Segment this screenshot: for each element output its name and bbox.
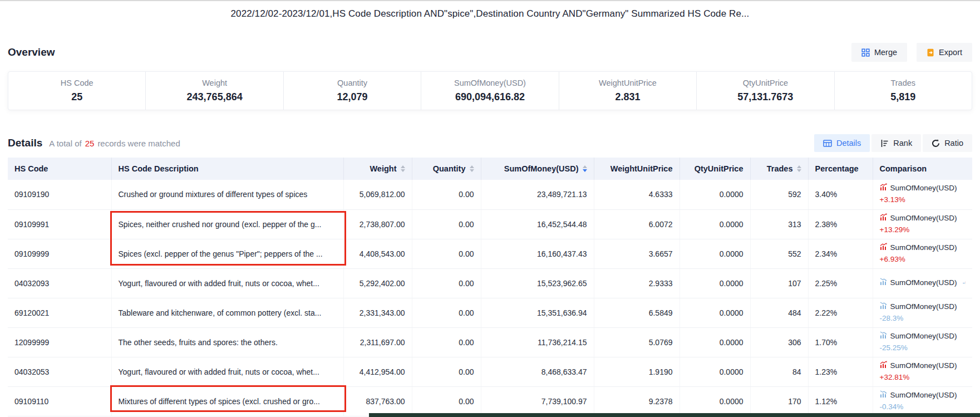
cell-weight-unit-price: 6.0072 xyxy=(594,209,679,239)
cell-qty-unit-price: 0.0000 xyxy=(679,327,750,357)
column-label: Quantity xyxy=(433,164,466,173)
cell-percentage: 2.34% xyxy=(808,239,873,268)
column-header-hs-code-description: HS Code Description xyxy=(111,158,343,180)
cell-sum-of-money: 16,160,437.43 xyxy=(481,239,594,268)
cell-qty-unit-price: 0.0000 xyxy=(679,180,750,209)
stat-value: 12,079 xyxy=(337,91,368,103)
cell-trades: 592 xyxy=(750,180,808,209)
sort-asc-caret[interactable] xyxy=(583,165,587,168)
stat-value: 2.831 xyxy=(615,91,640,103)
cell-quantity: 0.00 xyxy=(412,268,481,298)
column-label: Trades xyxy=(767,164,793,173)
details-table: HS CodeHS Code DescriptionWeightQuantity… xyxy=(8,158,972,416)
overview-stat: Weight243,765,864 xyxy=(146,72,283,110)
comparison: SumOfMoney(USD)+32.81% xyxy=(880,360,966,384)
details-summary: Details A total of25records were matched xyxy=(8,137,180,149)
cell-weight-unit-price: 5.0769 xyxy=(594,327,679,357)
cell-qty-unit-price: 0.0000 xyxy=(679,209,750,239)
cell-trades: 84 xyxy=(750,357,808,386)
comparison: SumOfMoney(USD)-28.3% xyxy=(880,301,966,325)
column-header-quantity[interactable]: Quantity xyxy=(412,158,481,180)
column-header-sumofmoney-usd-[interactable]: SumOfMoney(USD) xyxy=(481,158,594,180)
column-header-percentage: Percentage xyxy=(808,158,873,180)
cell-weight: 5,292,402.00 xyxy=(343,268,412,298)
stat-value: 57,131.7673 xyxy=(737,91,793,103)
comparison: SumOfMoney(USD)-0. xyxy=(880,277,966,289)
trend-up-icon xyxy=(880,242,887,254)
column-header-trades[interactable]: Trades xyxy=(750,158,808,180)
cell-hs-code: 69120021 xyxy=(8,298,111,327)
comparison-change: +6.93% xyxy=(880,254,966,266)
cell-sum-of-money: 11,736,214.15 xyxy=(481,327,594,357)
overview-stat: HS Code25 xyxy=(8,72,146,110)
sort-desc-caret[interactable] xyxy=(401,169,405,172)
merge-icon xyxy=(861,48,870,57)
overview-stat: QtyUnitPrice57,131.7673 xyxy=(697,72,834,110)
trend-down-icon xyxy=(880,331,887,342)
table-icon xyxy=(823,139,832,148)
trend-down-icon xyxy=(880,277,887,289)
export-button-label: Export xyxy=(939,48,962,57)
cell-weight-unit-price: 2.9333 xyxy=(594,268,679,298)
sort-asc-caret[interactable] xyxy=(470,165,474,168)
table-row: 09109110Mixtures of different types of s… xyxy=(8,386,972,416)
view-button-rank[interactable]: Rank xyxy=(871,134,921,152)
cell-sum-of-money: 7,739,100.97 xyxy=(481,386,594,416)
sort-control[interactable] xyxy=(797,165,801,172)
comparison: SumOfMoney(USD)+6.93% xyxy=(880,242,966,266)
cell-trades: 484 xyxy=(750,298,808,327)
stat-label: SumOfMoney(USD) xyxy=(454,79,526,87)
overview-stat: WeightUnitPrice2.831 xyxy=(559,72,697,110)
sort-control[interactable] xyxy=(470,165,474,172)
table-row: 04032093Yogurt, flavoured or with added … xyxy=(8,268,972,298)
cell-hs-code: 04032053 xyxy=(8,357,111,386)
match-text: A total of25records were matched xyxy=(49,139,180,148)
cell-hs-code: 09109190 xyxy=(8,180,111,209)
cell-comparison: SumOfMoney(USD)-25.25% xyxy=(873,327,972,357)
export-button[interactable]: Export xyxy=(917,43,972,62)
sort-desc-caret[interactable] xyxy=(797,169,801,172)
cell-comparison: SumOfMoney(USD)-0. xyxy=(873,268,972,298)
comparison-metric-label: SumOfMoney(USD) xyxy=(890,183,957,194)
view-button-ratio[interactable]: Ratio xyxy=(923,134,972,152)
comparison: SumOfMoney(USD)-0.34% xyxy=(880,390,966,413)
cell-description: Spices, neither crushed nor ground (excl… xyxy=(111,209,343,239)
cell-trades: 306 xyxy=(750,327,808,357)
column-label: WeightUnitPrice xyxy=(610,164,673,173)
cell-weight: 5,069,812.00 xyxy=(343,180,412,209)
sort-desc-caret[interactable] xyxy=(470,169,474,172)
sort-desc-caret[interactable] xyxy=(583,169,587,172)
sort-asc-caret[interactable] xyxy=(797,165,801,168)
cell-description: Yogurt, flavoured or with added fruit, n… xyxy=(111,357,343,386)
sort-control[interactable] xyxy=(583,165,587,172)
cell-weight: 2,311,697.00 xyxy=(343,327,412,357)
cell-weight-unit-price: 3.6657 xyxy=(594,239,679,268)
view-button-label: Rank xyxy=(893,139,912,148)
sort-asc-caret[interactable] xyxy=(401,165,405,168)
merge-button[interactable]: Merge xyxy=(851,43,907,62)
cell-qty-unit-price: 0.0000 xyxy=(679,268,750,298)
overview-stat: SumOfMoney(USD)690,094,616.82 xyxy=(421,72,559,110)
stat-value: 25 xyxy=(71,91,82,103)
sort-control[interactable] xyxy=(401,165,405,172)
column-header-weightunitprice: WeightUnitPrice xyxy=(594,158,679,180)
rank-icon xyxy=(880,139,889,148)
overview-heading: Overview xyxy=(8,46,55,58)
trend-down-icon xyxy=(880,301,887,313)
cell-weight-unit-price: 4.6333 xyxy=(594,180,679,209)
table-row: 09109190Crushed or ground mixtures of di… xyxy=(8,180,972,209)
cell-sum-of-money: 8,468,633.47 xyxy=(481,357,594,386)
toolbar: Merge Export xyxy=(851,43,972,62)
cell-weight-unit-price: 6.5849 xyxy=(594,298,679,327)
view-button-details[interactable]: Details xyxy=(814,134,870,152)
comparison-metric-label: SumOfMoney(USD) xyxy=(890,331,957,342)
cell-trades: 107 xyxy=(750,268,808,298)
cell-qty-unit-price: 0.0000 xyxy=(679,298,750,327)
cell-quantity: 0.00 xyxy=(412,209,481,239)
cell-percentage: 2.25% xyxy=(808,268,873,298)
window-title-bar: 2022/12/02-2023/12/01,HS Code Descriptio… xyxy=(0,0,980,27)
column-header-weight[interactable]: Weight xyxy=(343,158,412,180)
column-header-hs-code: HS Code xyxy=(8,158,111,180)
cell-percentage: 3.40% xyxy=(808,180,873,209)
cell-hs-code: 09109991 xyxy=(8,209,111,239)
